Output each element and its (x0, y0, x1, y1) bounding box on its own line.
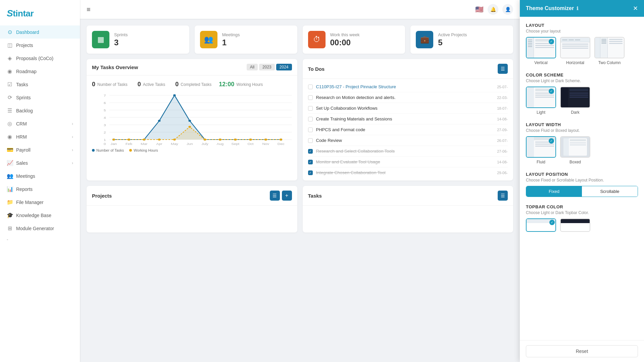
todo-text: Research and Select Collaboration Tools (316, 149, 494, 154)
layout-option-vertical[interactable]: ✓ (526, 37, 556, 65)
sidebar-label-sprints: Sprints (16, 95, 31, 100)
tasks-icon: ☑ (7, 81, 13, 88)
projects-add-button[interactable]: + (282, 191, 292, 201)
sidebar-label-roadmap: Roadmap (16, 69, 37, 74)
svg-text:2: 2 (104, 131, 106, 134)
todo-date: 14-08- (497, 117, 508, 121)
todo-checkbox[interactable] (308, 127, 313, 132)
todo-checkbox[interactable] (308, 149, 313, 154)
sidebar-item-sales[interactable]: 📈 Sales › (0, 156, 80, 169)
sidebar-item-sprints[interactable]: ⟳ Sprints (0, 91, 80, 104)
width-check-fluid: ✓ (549, 138, 554, 144)
user-avatar[interactable]: 👤 (502, 4, 513, 15)
tab-2023[interactable]: 2023 (259, 64, 275, 70)
position-scrollable-button[interactable]: Scrollable (582, 186, 638, 197)
width-option-fluid[interactable]: ✓ (526, 136, 556, 164)
chart-legend: Number of Tasks Working Hours (92, 148, 292, 152)
num-tasks-label: Number of Tasks (97, 82, 128, 87)
width-option-boxed[interactable]: Boxed (560, 136, 590, 164)
todo-checkbox[interactable] (308, 85, 313, 89)
topbar-color-light-option[interactable]: ✓ (526, 218, 556, 232)
color-option-light[interactable]: ✓ (526, 87, 556, 115)
tasks-card: Tasks ☰ (303, 186, 513, 232)
list-item: Integrate Chosen Collaboration Tool 29-0… (308, 167, 508, 178)
topbar-color-title: TOPBAR COLOR (526, 204, 638, 209)
todo-checkbox[interactable] (308, 106, 313, 111)
menu-toggle-button[interactable]: ≡ (87, 6, 91, 13)
layout-option-twocolumn[interactable]: Two Column (594, 37, 625, 65)
color-check-light: ✓ (549, 89, 554, 94)
svg-point-43 (143, 139, 145, 141)
logo-text: Stintar (7, 8, 34, 19)
todo-checkbox[interactable] (308, 170, 313, 175)
sprints-icon: ⟳ (7, 94, 13, 101)
color-option-dark[interactable]: Dark (560, 87, 590, 115)
sidebar-item-knowledge[interactable]: 🎓 Knowledge Base (0, 209, 80, 222)
list-item: Set Up Collaboration Workflows 18-07- (308, 103, 508, 114)
payroll-icon: 💳 (7, 147, 13, 153)
svg-point-46 (188, 126, 191, 128)
sidebar-item-dashboard[interactable]: ⊙ Dashboard (0, 25, 80, 39)
sidebar-item-roadmap[interactable]: ◉ Roadmap (0, 65, 80, 78)
sidebar-dash: - (0, 235, 80, 244)
color-scheme-section: COLOR SCHEME Choose Light or Dark Scheme… (526, 72, 638, 115)
tab-all[interactable]: All (247, 64, 258, 70)
svg-text:3: 3 (104, 123, 106, 127)
todo-checkbox[interactable] (308, 138, 313, 143)
todo-text: Code Review (316, 138, 494, 143)
sidebar-item-crm[interactable]: ◎ CRM › (0, 117, 80, 130)
sidebar-item-filemanager[interactable]: 📁 File Manager (0, 196, 80, 209)
layout-subtitle: Choose your layout (526, 29, 638, 34)
svg-text:6: 6 (104, 101, 106, 105)
svg-text:0: 0 (104, 142, 106, 146)
completed-tasks-value: 0 (175, 81, 179, 88)
payroll-arrow-icon: › (72, 148, 73, 152)
crm-icon: ◎ (7, 120, 13, 127)
sidebar-label-proposals: Proposals (CoCo) (16, 56, 53, 61)
module-icon: ⊞ (7, 225, 13, 231)
sidebar-item-reports[interactable]: 📊 Reports (0, 183, 80, 196)
todos-list-view-button[interactable]: ☰ (498, 64, 508, 74)
reset-button[interactable]: Reset (526, 345, 638, 357)
topbar-color-dark-option[interactable] (560, 218, 590, 232)
todo-date: 18-07- (497, 106, 508, 110)
svg-text:Nov: Nov (262, 142, 269, 146)
sidebar-nav: ⊙ Dashboard ◫ Projects ◈ Proposals (CoCo… (0, 25, 80, 357)
layout-option-horizontal[interactable]: Horizontal (560, 37, 590, 65)
tab-2024[interactable]: 2024 (276, 64, 292, 70)
svg-point-31 (158, 120, 161, 122)
topbar-color-options: ✓ (526, 218, 638, 232)
tasks-list-view-button[interactable]: ☰ (498, 191, 508, 201)
sidebar-item-hrm[interactable]: ◉ HRM › (0, 130, 80, 143)
theme-footer: Reset (520, 340, 644, 362)
svg-text:July: July (201, 142, 209, 146)
layout-title: LAYOUT (526, 23, 638, 28)
sidebar-item-payroll[interactable]: 💳 Payroll › (0, 143, 80, 156)
sidebar-item-projects[interactable]: ◫ Projects (0, 39, 80, 52)
sidebar-item-tasks[interactable]: ☑ Tasks (0, 78, 80, 91)
todo-checkbox[interactable] (308, 160, 313, 164)
todos-body: C110P35-I27 - Project Pinnacle Structure… (303, 79, 513, 180)
list-item: Monitor and Evaluate Tool Usage 14-08- (308, 157, 508, 167)
sidebar-item-backlog[interactable]: ☰ Backlog (0, 104, 80, 117)
sidebar: Stintar ⊙ Dashboard ◫ Projects ◈ Proposa… (0, 0, 80, 362)
language-flag[interactable]: 🇺🇸 (475, 5, 484, 13)
sidebar-label-backlog: Backlog (16, 108, 33, 113)
todo-checkbox[interactable] (308, 117, 313, 121)
color-label-light: Light (537, 110, 545, 115)
svg-point-42 (128, 139, 130, 141)
activeprojects-label: Active Projects (438, 32, 508, 37)
sidebar-item-module[interactable]: ⊞ Module Generator (0, 222, 80, 235)
layout-preview-horizontal (560, 37, 590, 58)
sidebar-item-proposals[interactable]: ◈ Proposals (CoCo) (0, 52, 80, 65)
notifications-button[interactable]: 🔔 (488, 4, 498, 15)
projects-list-view-button[interactable]: ☰ (270, 191, 280, 201)
theme-close-button[interactable]: ✕ (633, 5, 638, 12)
svg-text:Jan: Jan (110, 142, 117, 146)
width-preview-boxed (560, 136, 590, 158)
sidebar-item-meetings[interactable]: 👥 Meetings (0, 169, 80, 183)
todo-checkbox[interactable] (308, 95, 313, 100)
layout-width-subtitle: Choose Fluid or Boxed layout. (526, 128, 638, 133)
width-options: ✓ (526, 136, 638, 164)
position-fixed-button[interactable]: Fixed (526, 186, 582, 197)
